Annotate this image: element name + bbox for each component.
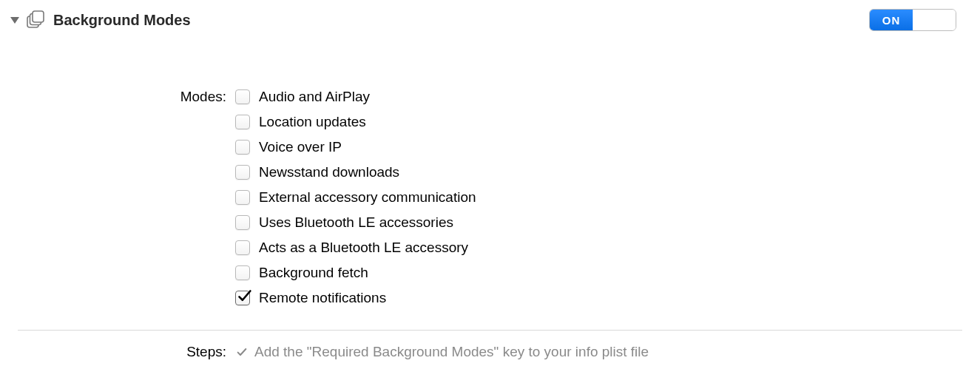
capability-toggle[interactable]: ON [869,9,956,31]
mode-item[interactable]: Audio and AirPlay [235,89,980,105]
mode-item[interactable]: Newsstand downloads [235,164,980,180]
mode-label: External accessory communication [259,189,476,206]
mode-checkbox[interactable] [235,89,250,104]
mode-label: Background fetch [259,265,368,281]
mode-checkbox[interactable] [235,190,250,205]
modes-label: Modes: [0,89,235,105]
steps-label: Steps: [0,344,235,360]
capability-stack-icon [25,10,46,30]
mode-item[interactable]: Acts as a Bluetooth LE accessory [235,240,980,256]
mode-checkbox[interactable] [235,215,250,230]
svg-rect-2 [33,11,44,22]
steps-row: Steps: Add the "Required Background Mode… [0,344,980,360]
step-item: Add the "Required Background Modes" key … [235,344,980,360]
mode-label: Remote notifications [259,290,386,306]
mode-item[interactable]: External accessory communication [235,189,980,206]
mode-checkbox[interactable] [235,265,250,280]
mode-item[interactable]: Voice over IP [235,139,980,155]
checkmark-icon [235,345,249,359]
mode-label: Newsstand downloads [259,164,399,180]
mode-checkbox[interactable] [235,140,250,155]
mode-label: Uses Bluetooth LE accessories [259,214,453,231]
mode-checkbox[interactable] [235,165,250,180]
toggle-on-label: ON [870,10,913,30]
mode-label: Location updates [259,114,366,130]
capability-title: Background Modes [53,12,191,29]
mode-label: Audio and AirPlay [259,89,370,105]
toggle-knob [913,10,956,30]
mode-item[interactable]: Remote notifications [235,290,980,306]
section-divider [18,330,962,331]
mode-checkbox[interactable] [235,240,250,255]
mode-checkbox[interactable] [235,115,250,129]
mode-item[interactable]: Uses Bluetooth LE accessories [235,214,980,231]
modes-list: Audio and AirPlayLocation updatesVoice o… [235,89,980,315]
modes-row: Modes: Audio and AirPlayLocation updates… [0,89,980,315]
disclosure-triangle-icon[interactable] [10,17,19,24]
steps-list: Add the "Required Background Modes" key … [235,344,980,360]
step-text: Add the "Required Background Modes" key … [254,344,649,360]
mode-checkbox[interactable] [235,291,250,305]
mode-item[interactable]: Location updates [235,114,980,130]
capability-header: Background Modes ON [0,0,980,31]
mode-label: Acts as a Bluetooth LE accessory [259,240,468,256]
mode-label: Voice over IP [259,139,342,155]
mode-item[interactable]: Background fetch [235,265,980,281]
